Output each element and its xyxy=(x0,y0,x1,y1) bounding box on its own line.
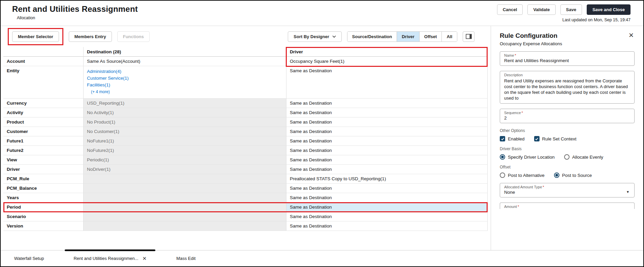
tab-rent-and-utilities-reassignment[interactable]: Rent and Utilities Reassignmen... ✕ xyxy=(64,250,156,266)
allocated-amount-type-dropdown[interactable]: Allocated Amount Type* None ▼ xyxy=(500,183,635,197)
name-field-value[interactable]: Rent and Utilities Reassignment xyxy=(504,58,630,63)
tab-close-icon[interactable]: ✕ xyxy=(143,256,147,262)
post-to-source-label: Post to Source xyxy=(562,173,592,178)
enabled-checkbox[interactable]: Enabled xyxy=(500,136,525,141)
destination-cell: Periodic(1) xyxy=(84,155,286,165)
driver-cell[interactable]: Same as Destination xyxy=(286,146,488,155)
row-label: Driver xyxy=(3,165,84,174)
view-segmented-control: Source/Destination Driver Offset All xyxy=(347,31,457,42)
post-to-alternative-label: Post to Alternative xyxy=(508,173,545,178)
destination-cell xyxy=(84,221,286,231)
destination-cell: USD_Reporting(1) xyxy=(84,99,286,108)
checkbox-checked-icon xyxy=(500,136,505,141)
segment-all[interactable]: All xyxy=(441,32,457,42)
segment-offset[interactable]: Offset xyxy=(419,32,442,42)
driver-cell[interactable]: Same as Destination xyxy=(286,117,488,127)
row-label: Period xyxy=(3,203,84,212)
page-header: Rent and Utilities Reassignment Allocati… xyxy=(1,1,643,26)
row-label: Entity xyxy=(3,66,84,99)
rule-set-context-checkbox[interactable]: Rule Set Context xyxy=(534,136,577,141)
row-label: Version xyxy=(3,221,84,231)
driver-cell[interactable]: Same as Destination xyxy=(286,66,488,99)
row-label: View xyxy=(3,155,84,165)
radio-unselected-icon xyxy=(500,172,505,178)
column-header-dimension xyxy=(3,47,84,57)
app-window: Rent and Utilities Reassignment Allocati… xyxy=(0,0,644,267)
specify-driver-location-radio[interactable]: Specify Driver Location xyxy=(500,154,555,160)
validate-button[interactable]: Validate xyxy=(527,4,555,15)
name-field[interactable]: Name* Rent and Utilities Reassignment xyxy=(500,51,635,66)
amount-field-clipped[interactable]: Amount* xyxy=(500,203,635,209)
entity-member-link[interactable]: Administration(4) xyxy=(87,68,121,75)
driver-cell[interactable]: Occupancy Square Feet(1) xyxy=(286,57,488,66)
enabled-checkbox-label: Enabled xyxy=(508,136,525,141)
table-row-future1: Future1 NoFuture1(1) Same as Destination xyxy=(3,136,488,146)
functions-button: Functions xyxy=(117,31,150,42)
description-field[interactable]: Description Rent and Utility expenses ar… xyxy=(500,71,635,104)
members-entry-button[interactable]: Members Entry xyxy=(69,31,112,42)
panel-title: Rule Configuration xyxy=(500,32,557,39)
driver-cell[interactable]: Same as Destination xyxy=(286,99,488,108)
driver-cell[interactable]: Same as Destination xyxy=(286,203,488,212)
driver-cell[interactable]: Same as Destination xyxy=(286,165,488,174)
destination-cell: NoFuture2(1) xyxy=(84,146,286,155)
specify-driver-location-label: Specify Driver Location xyxy=(508,155,555,160)
destination-cell[interactable]: Same As Source(Account) xyxy=(84,57,286,66)
save-and-close-button[interactable]: Save and Close xyxy=(587,4,631,15)
offset-label: Offset xyxy=(500,165,635,169)
destination-cell[interactable]: Administration(4) Customer Service(1) Fa… xyxy=(84,66,286,99)
tab-mass-edit[interactable]: Mass Edit xyxy=(168,250,204,266)
rule-set-context-checkbox-label: Rule Set Context xyxy=(542,136,577,141)
destination-cell: No Product(1) xyxy=(84,117,286,127)
driver-cell[interactable]: Same as Destination xyxy=(286,155,488,165)
segment-source-destination[interactable]: Source/Destination xyxy=(347,32,397,42)
driver-cell[interactable]: Same as Destination xyxy=(286,108,488,117)
table-row-account: Account Same As Source(Account) Occupanc… xyxy=(3,57,488,66)
sequence-field-value[interactable]: 2 xyxy=(504,115,630,121)
designer-toolbar: Member Selector Members Entry Functions … xyxy=(1,26,491,47)
save-button[interactable]: Save xyxy=(560,4,582,15)
tab-waterfall-setup[interactable]: Waterfall Setup xyxy=(6,250,52,266)
dropdown-caret-icon: ▼ xyxy=(626,190,630,195)
post-to-alternative-radio[interactable]: Post to Alternative xyxy=(500,172,545,178)
driver-cell[interactable]: Same as Destination xyxy=(286,212,488,221)
toggle-panel-button[interactable] xyxy=(463,31,474,42)
driver-cell[interactable]: Same as Destination xyxy=(286,221,488,231)
segment-driver[interactable]: Driver xyxy=(397,32,419,42)
other-options-label: Other Options xyxy=(500,128,635,133)
table-row-product: Product No Product(1) Same as Destinatio… xyxy=(3,117,488,127)
row-label: PCM_Rule xyxy=(3,174,84,184)
page-title: Rent and Utilities Reassignment xyxy=(12,4,138,14)
sort-by-dropdown[interactable]: Sort By Designer xyxy=(288,31,341,42)
close-icon[interactable]: ✕ xyxy=(628,32,635,38)
required-asterisk: * xyxy=(522,111,523,115)
row-label: Product xyxy=(3,117,84,127)
driver-cell[interactable]: Same as Destination xyxy=(286,136,488,146)
entity-member-link[interactable]: Customer Service(1) xyxy=(87,75,129,82)
sequence-field[interactable]: Sequence* 2 xyxy=(500,109,635,123)
description-field-value[interactable]: Rent and Utility expenses are reassigned… xyxy=(504,78,630,101)
member-selector-button[interactable]: Member Selector xyxy=(12,31,59,42)
allocation-grid: Destination (28) Driver Account Same As … xyxy=(3,47,488,231)
destination-cell: No Customer(1) xyxy=(84,127,286,136)
required-asterisk: * xyxy=(543,185,544,189)
destination-cell: No Activity(1) xyxy=(84,108,286,117)
allocate-evenly-radio[interactable]: Allocate Evenly xyxy=(564,154,603,160)
driver-basis-label: Driver Basis xyxy=(500,146,635,151)
page-subtitle: Allocation xyxy=(17,16,138,20)
driver-cell[interactable]: Same as Destination xyxy=(286,193,488,203)
row-label: Scenario xyxy=(3,212,84,221)
designer-area: Member Selector Members Entry Functions … xyxy=(1,26,491,250)
post-to-source-radio[interactable]: Post to Source xyxy=(554,172,592,178)
cancel-button[interactable]: Cancel xyxy=(497,4,523,15)
allocate-evenly-label: Allocate Evenly xyxy=(572,155,603,160)
entity-member-link[interactable]: Facilities(1) xyxy=(87,82,110,88)
row-label: Future2 xyxy=(3,146,84,155)
sort-by-label: Sort By Designer xyxy=(294,34,329,39)
driver-cell[interactable]: Same as Destination xyxy=(286,184,488,193)
entity-more-link[interactable]: (+ 4 more) xyxy=(91,88,110,95)
row-label: Future1 xyxy=(3,136,84,146)
annotation-box-member-selector: Member Selector xyxy=(8,28,63,45)
driver-cell[interactable]: Preallocated STATS Copy to USD_Reporting… xyxy=(286,174,488,184)
driver-cell[interactable]: Same as Destination xyxy=(286,127,488,136)
